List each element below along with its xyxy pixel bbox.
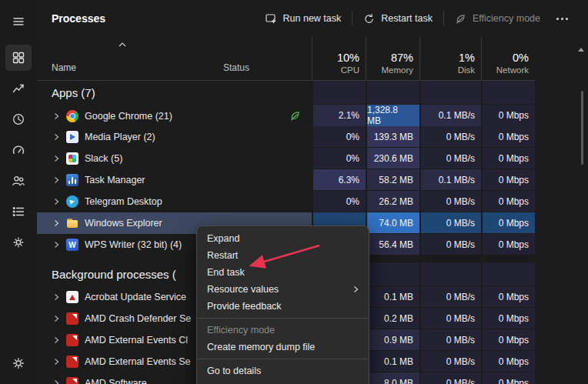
amd-icon bbox=[66, 312, 79, 325]
network-cell: 0 Mbps bbox=[481, 329, 535, 351]
chevron-right-icon[interactable] bbox=[53, 198, 60, 205]
context-menu: Expand Restart End task Resource values … bbox=[196, 225, 369, 384]
disk-cell: 0 MB/s bbox=[419, 351, 481, 372]
column-header-memory[interactable]: 87% Memory bbox=[366, 37, 419, 80]
chevron-right-icon[interactable] bbox=[53, 219, 60, 227]
process-name: AMD External Events Se bbox=[85, 356, 191, 367]
disk-cell: 0.1 MB/s bbox=[419, 169, 481, 191]
menu-item-resource-values[interactable]: Resource values bbox=[197, 281, 369, 298]
restart-task-label: Restart task bbox=[381, 13, 433, 24]
network-cell: 0 Mbps bbox=[481, 126, 535, 148]
acrobat-icon bbox=[66, 291, 79, 303]
chevron-right-icon[interactable] bbox=[53, 155, 60, 162]
column-header-network[interactable]: 0% Network bbox=[481, 37, 535, 80]
chevron-right-icon[interactable] bbox=[53, 241, 60, 249]
network-cell: 0 Mbps bbox=[481, 372, 535, 384]
menu-item-provide-feedback[interactable]: Provide feedback bbox=[197, 298, 369, 315]
status-cell bbox=[215, 191, 312, 212]
process-name: Telegram Desktop bbox=[85, 196, 162, 207]
network-cell: 0 Mbps bbox=[481, 191, 535, 212]
process-row[interactable]: Slack (5) 0% 230.6 MB 0 MB/s 0 Mbps bbox=[37, 148, 535, 169]
sort-ascending-icon bbox=[119, 42, 126, 47]
menu-item-create-memory-dump[interactable]: Create memory dump file bbox=[197, 339, 369, 356]
run-new-task-label: Run new task bbox=[283, 13, 342, 24]
amd-icon bbox=[66, 356, 79, 368]
column-header-disk[interactable]: 1% Disk bbox=[419, 37, 481, 80]
memory-cell: 56.4 MB bbox=[366, 234, 419, 255]
process-row[interactable]: Task Manager 6.3% 58.2 MB 0.1 MB/s 0 Mbp… bbox=[37, 169, 535, 191]
chevron-right-icon[interactable] bbox=[53, 379, 60, 384]
sidebar-item-users[interactable] bbox=[5, 168, 32, 194]
disk-cell: 0 MB/s bbox=[419, 286, 481, 308]
network-cell: 0 Mbps bbox=[481, 148, 535, 169]
memory-cell: 58.2 MB bbox=[366, 169, 419, 191]
disk-cell: 0 MB/s bbox=[419, 191, 481, 212]
menu-item-go-to-details[interactable]: Go to details bbox=[197, 362, 369, 379]
chevron-right-icon[interactable] bbox=[53, 293, 60, 301]
chevron-right-icon[interactable] bbox=[53, 133, 60, 141]
menu-separator bbox=[198, 359, 368, 359]
group-header-apps[interactable]: Apps (7) bbox=[37, 81, 535, 105]
memory-total-percent: 87% bbox=[391, 52, 413, 64]
column-header-status[interactable]: Status bbox=[215, 37, 312, 80]
network-cell: 0 Mbps bbox=[481, 169, 535, 191]
memory-cell: 74.0 MB bbox=[366, 212, 419, 234]
chevron-right-icon[interactable] bbox=[53, 358, 60, 366]
more-options-button[interactable] bbox=[549, 7, 576, 30]
cpu-total-percent: 10% bbox=[337, 52, 359, 64]
chevron-right-icon[interactable] bbox=[53, 176, 60, 184]
cpu-cell: 2.1% bbox=[312, 105, 366, 127]
memory-cell: 0.9 MB bbox=[366, 329, 419, 351]
disk-cell: 0 MB/s bbox=[419, 126, 481, 148]
task-manager-window: Processes Run new task Restart task Effi… bbox=[0, 0, 588, 384]
chevron-right-icon[interactable] bbox=[53, 112, 60, 120]
process-row[interactable]: Telegram Desktop 0% 26.2 MB 0 MB/s 0 Mbp… bbox=[37, 191, 535, 212]
sidebar bbox=[0, 0, 37, 384]
toolbar-divider bbox=[352, 12, 352, 25]
efficiency-leaf-icon bbox=[455, 13, 466, 25]
efficiency-mode-button[interactable]: Efficiency mode bbox=[446, 7, 549, 30]
scrollbar[interactable] bbox=[581, 91, 583, 165]
disk-cell: 0.1 MB/s bbox=[419, 105, 481, 127]
status-cell bbox=[215, 169, 312, 191]
process-row[interactable]: Media Player (2) 0% 139.3 MB 0 MB/s 0 Mb… bbox=[37, 126, 535, 148]
run-new-task-button[interactable]: Run new task bbox=[256, 7, 350, 30]
status-cell bbox=[215, 126, 312, 148]
chrome-icon bbox=[66, 110, 79, 122]
sidebar-item-app-history[interactable] bbox=[5, 106, 32, 132]
media-player-icon bbox=[66, 131, 79, 143]
page-title: Processes bbox=[52, 12, 105, 25]
sidebar-item-services[interactable] bbox=[5, 229, 32, 255]
slack-icon bbox=[66, 152, 79, 165]
sidebar-item-details[interactable] bbox=[5, 199, 32, 225]
menu-item-expand[interactable]: Expand bbox=[197, 230, 369, 247]
menu-item-efficiency-mode[interactable]: Efficiency mode bbox=[197, 322, 369, 339]
menu-item-restart[interactable]: Restart bbox=[197, 247, 369, 264]
process-name: AMD External Events Cl bbox=[85, 335, 188, 346]
menu-item-end-task[interactable]: End task bbox=[197, 264, 369, 281]
disk-cell: 0 MB/s bbox=[419, 212, 481, 234]
menu-item-open-file-location[interactable]: Open file location bbox=[197, 379, 369, 384]
memory-cell: 230.6 MB bbox=[366, 148, 419, 169]
menu-toggle-icon[interactable] bbox=[5, 8, 32, 35]
chevron-right-icon[interactable] bbox=[53, 315, 60, 322]
telegram-icon bbox=[66, 195, 79, 208]
chevron-right-icon[interactable] bbox=[53, 336, 60, 344]
column-header-name[interactable]: Name bbox=[37, 37, 215, 80]
process-row[interactable]: Google Chrome (21) 2.1% 1,328.8 MB 0.1 M… bbox=[37, 105, 535, 126]
network-cell: 0 Mbps bbox=[481, 308, 535, 329]
network-cell: 0 Mbps bbox=[481, 234, 535, 255]
submenu-arrow-icon bbox=[353, 285, 359, 293]
network-cell: 0 Mbps bbox=[481, 212, 535, 234]
sidebar-item-startup-apps[interactable] bbox=[5, 137, 32, 163]
scrollbar-up-arrow[interactable] bbox=[578, 48, 584, 52]
toolbar-divider bbox=[443, 12, 444, 25]
network-cell: 0 Mbps bbox=[481, 286, 535, 308]
sidebar-item-performance[interactable] bbox=[5, 75, 32, 102]
restart-task-button[interactable]: Restart task bbox=[355, 7, 441, 30]
column-header-cpu[interactable]: 10% CPU bbox=[312, 37, 366, 80]
settings-button[interactable] bbox=[5, 350, 32, 376]
process-name: Acrobat Update Service bbox=[85, 292, 186, 302]
sidebar-item-processes[interactable] bbox=[5, 45, 32, 71]
cpu-cell: 0% bbox=[312, 126, 366, 148]
